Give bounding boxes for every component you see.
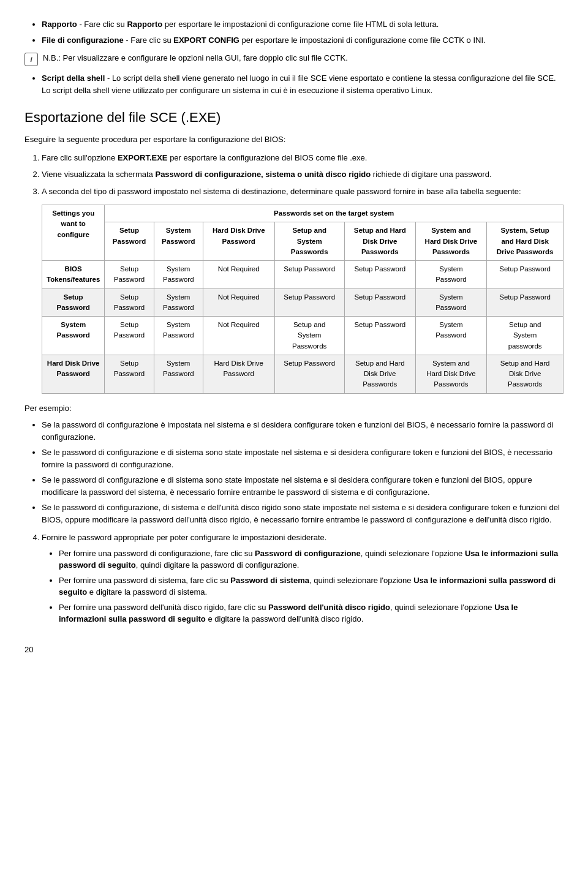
cell-bios-setup: SetupPassword — [105, 261, 154, 289]
col-setup-hdd: Setup and HardDisk DrivePasswords — [344, 222, 415, 261]
example-3: Se le password di configurazione e di si… — [42, 474, 564, 498]
cell-bios-all: Setup Password — [487, 261, 564, 289]
shell-bullet-list: Script della shell - Lo script della she… — [24, 72, 564, 96]
col-hdd-pw: Hard Disk DrivePassword — [203, 222, 274, 261]
col-system-pw: SystemPassword — [154, 222, 203, 261]
section-title: Esportazione del file SCE (.EXE) — [24, 107, 564, 127]
step4-list: Fornire le password appropriate per pote… — [24, 532, 564, 625]
cell-setting-hdd: Hard Disk DrivePassword — [42, 355, 105, 393]
cell-setting-bios: BIOSTokens/features — [42, 261, 105, 289]
note-icon: i — [24, 53, 38, 66]
cell-hdd-system-hdd: System andHard Disk DrivePasswords — [415, 355, 487, 393]
cell-hdd-setup-system: Setup Password — [274, 355, 344, 393]
file-config-bold: File di configurazione — [42, 36, 124, 45]
step4-sub-bullets: Per fornire una password di configurazio… — [42, 548, 564, 625]
cell-system-system-hdd: SystemPassword — [415, 317, 487, 355]
rapporto-text: - Fare clic su Rapporto per esportare le… — [79, 20, 439, 29]
step-2: Viene visualizzata la schermata Password… — [42, 168, 564, 181]
examples-list: Se la password di configurazione è impos… — [24, 419, 564, 526]
col-setup-system: Setup andSystemPasswords — [274, 222, 344, 261]
table-row-bios: BIOSTokens/features SetupPassword System… — [42, 261, 564, 289]
cell-bios-setup-system: Setup Password — [274, 261, 344, 289]
cell-system-system: SystemPassword — [154, 317, 203, 355]
cell-hdd-setup: SetupPassword — [105, 355, 154, 393]
note-box: i N.B.: Per visualizzare e configurare l… — [24, 52, 564, 66]
col-setup-pw: SetupPassword — [105, 222, 154, 261]
cell-setting-setup: SetupPassword — [42, 288, 105, 317]
cell-setup-system-hdd: SystemPassword — [415, 288, 487, 317]
cell-hdd-system: SystemPassword — [154, 355, 203, 393]
cell-hdd-setup-hdd: Setup and HardDisk DrivePasswords — [344, 355, 415, 393]
cell-setup-setup-hdd: Setup Password — [344, 288, 415, 317]
cell-hdd-all: Setup and HardDisk DrivePasswords — [487, 355, 564, 393]
cell-hdd-hdd: Hard Disk DrivePassword — [203, 355, 274, 393]
password-table: Settings you want to configure Passwords… — [42, 205, 564, 394]
intro-bullets: Rapporto - Fare clic su Rapporto per esp… — [24, 18, 564, 46]
section-intro: Eseguire la seguente procedura per espor… — [24, 134, 564, 146]
cell-setup-setup-system: Setup Password — [274, 288, 344, 317]
cell-system-hdd: Not Required — [203, 317, 274, 355]
page-number: 20 — [24, 644, 564, 656]
table-row-system: SystemPassword SetupPassword SystemPassw… — [42, 317, 564, 355]
table-row-hdd: Hard Disk DrivePassword SetupPassword Sy… — [42, 355, 564, 393]
example-4: Se le password di configurazione, di sis… — [42, 502, 564, 526]
shell-label: Script della shell — [42, 73, 105, 83]
file-config-text: - Fare clic su EXPORT CONFIG per esporta… — [126, 36, 485, 45]
cell-bios-setup-hdd: Setup Password — [344, 261, 415, 289]
cell-system-setup: SetupPassword — [105, 317, 154, 355]
cell-setup-setup: SetupPassword — [105, 288, 154, 317]
col-header-passwords: Passwords set on the target system — [105, 205, 564, 222]
col-header-settings: Settings you want to configure — [42, 205, 105, 261]
step4-bullet-3: Per fornire una password dell'unità disc… — [59, 601, 564, 625]
step4-bullet-1: Per fornire una password di configurazio… — [59, 548, 564, 571]
steps-list: Fare clic sull'opzione EXPORT.EXE per es… — [24, 152, 564, 394]
cell-bios-system-hdd: SystemPassword — [415, 261, 487, 289]
example-2: Se le password di configurazione e di si… — [42, 446, 564, 470]
step-4: Fornire le password appropriate per pote… — [42, 532, 564, 625]
cell-bios-hdd: Not Required — [203, 261, 274, 289]
password-table-wrapper: Settings you want to configure Passwords… — [42, 205, 564, 394]
step-3: A seconda del tipo di password impostato… — [42, 186, 564, 394]
col-system-hdd: System andHard Disk DrivePasswords — [415, 222, 487, 261]
cell-setup-hdd: Not Required — [203, 288, 274, 317]
cell-system-setup-hdd: Setup Password — [344, 317, 415, 355]
cell-system-setup-system: Setup andSystemPasswords — [274, 317, 344, 355]
rapporto-bold: Rapporto — [42, 20, 77, 29]
cell-bios-system: SystemPassword — [154, 261, 203, 289]
bullet-file-config: File di configurazione - Fare clic su EX… — [42, 34, 564, 47]
cell-setup-all: Setup Password — [487, 288, 564, 317]
cell-system-all: Setup andSystempasswords — [487, 317, 564, 355]
step4-bullet-2: Per fornire una password di sistema, far… — [59, 575, 564, 598]
per-esempio: Per esempio: — [24, 402, 564, 415]
note-text: N.B.: Per visualizzare e configurare le … — [43, 52, 348, 64]
table-row-setup: SetupPassword SetupPassword SystemPasswo… — [42, 288, 564, 317]
cell-setting-system: SystemPassword — [42, 317, 105, 355]
example-1: Se la password di configurazione è impos… — [42, 419, 564, 443]
bullet-shell: Script della shell - Lo script della she… — [42, 72, 564, 96]
step-1: Fare clic sull'opzione EXPORT.EXE per es… — [42, 152, 564, 164]
cell-setup-system: SystemPassword — [154, 288, 203, 317]
shell-text: - Lo script della shell viene generato n… — [42, 73, 556, 95]
col-system-setup-hdd: System, Setupand Hard DiskDrive Password… — [487, 222, 564, 261]
bullet-rapporto: Rapporto - Fare clic su Rapporto per esp… — [42, 18, 564, 31]
